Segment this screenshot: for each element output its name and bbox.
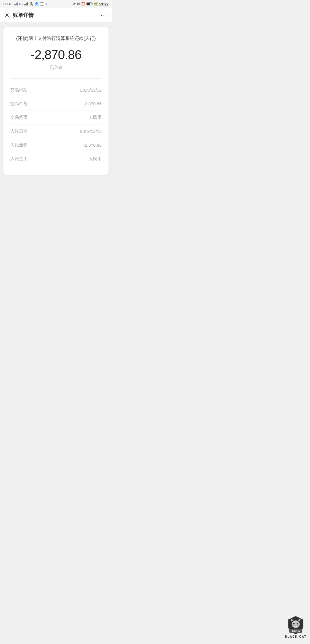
detail-row-credit-amount: 入账金额 -2,870.86 [10, 138, 102, 152]
svg-rect-3 [17, 2, 18, 5]
hd1-icon: HD [3, 3, 7, 6]
qq-icon: 🐧 [29, 2, 34, 6]
page-title: 账单详情 [13, 12, 34, 19]
svg-rect-10 [87, 3, 90, 5]
time-display: 13:22 [99, 2, 108, 6]
label-credit-currency: 入账货币 [10, 156, 28, 162]
svg-rect-2 [16, 3, 17, 5]
status-left: HD 4G 4G 🐧 支 💬 ♪ [3, 1, 47, 7]
transaction-title: (还款)网上支付跨行清算系统还款(人行) [10, 35, 102, 42]
svg-rect-6 [26, 3, 27, 5]
svg-rect-7 [27, 2, 28, 5]
tiktok-icon: ♪ [45, 2, 47, 6]
label-credit-date: 入账日期 [10, 129, 28, 134]
alarm-icon: ⏰ [81, 2, 85, 6]
amount-display: -2,870.86 [10, 48, 102, 62]
signal-bars1 [14, 2, 18, 6]
transaction-card: (还款)网上支付跨行清算系统还款(人行) -2,870.86 已入账 交易日期 … [3, 27, 108, 175]
value-transaction-amount: -2,870.86 [84, 101, 102, 106]
svg-rect-5 [25, 4, 26, 5]
detail-row-transaction-date: 交易日期 2019/12/12 [10, 83, 102, 97]
eye-icon: 👁 [73, 2, 76, 6]
header-left: ✕ 账单详情 [5, 12, 34, 19]
status-right: 👁 N ⏰ 🌿 13:22 [73, 2, 108, 6]
label-transaction-currency: 交易货币 [10, 115, 28, 120]
svg-rect-0 [14, 4, 15, 5]
svg-rect-9 [92, 3, 92, 4]
status-text: 已入账 [10, 65, 102, 70]
value-credit-date: 2019/12/12 [80, 129, 102, 134]
divider [10, 78, 102, 79]
signal-4g1: 4G [9, 3, 12, 6]
detail-row-transaction-currency: 交易货币 人民币 [10, 111, 102, 125]
header: ✕ 账单详情 ··· [0, 8, 112, 22]
alipay-icon: 支 [35, 1, 38, 7]
nfc-icon: N [77, 2, 80, 6]
label-transaction-amount: 交易金额 [10, 101, 28, 106]
close-button[interactable]: ✕ [5, 12, 9, 18]
value-credit-currency: 人民币 [89, 156, 102, 162]
detail-row-transaction-amount: 交易金额 -2,870.86 [10, 97, 102, 111]
value-transaction-currency: 人民币 [89, 115, 102, 120]
value-credit-amount: -2,870.86 [84, 143, 102, 148]
label-transaction-date: 交易日期 [10, 87, 28, 93]
wechat-icon: 💬 [40, 2, 44, 6]
signal-bars2 [24, 2, 28, 6]
status-bar: HD 4G 4G 🐧 支 💬 ♪ 👁 N ⏰ [0, 0, 112, 8]
leaf-icon: 🌿 [94, 2, 98, 6]
more-button[interactable]: ··· [101, 12, 107, 18]
main-content: (还款)网上支付跨行清算系统还款(人行) -2,870.86 已入账 交易日期 … [0, 22, 112, 232]
value-transaction-date: 2019/12/12 [80, 88, 102, 92]
detail-row-credit-date: 入账日期 2019/12/12 [10, 125, 102, 138]
svg-rect-4 [24, 4, 25, 5]
signal-4g2: 4G [19, 3, 23, 6]
label-credit-amount: 入账金额 [10, 142, 28, 148]
svg-rect-1 [15, 4, 16, 5]
detail-row-credit-currency: 入账货币 人民币 [10, 152, 102, 166]
battery-level [86, 2, 93, 6]
